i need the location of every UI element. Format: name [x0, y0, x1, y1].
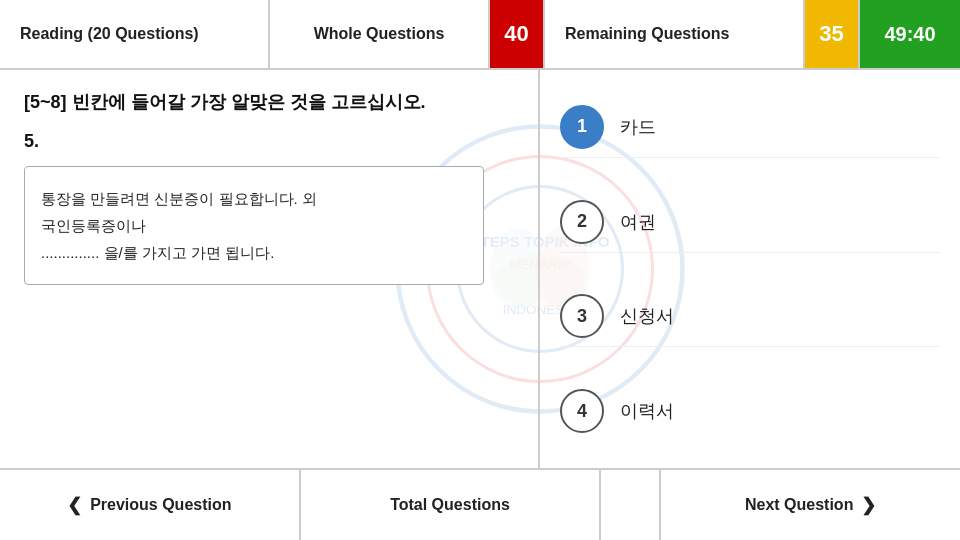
- footer: Previous Question Total Questions Next Q…: [0, 470, 960, 540]
- question-number-text: 5.: [24, 131, 39, 151]
- answer-circle-4[interactable]: 4: [560, 389, 604, 433]
- remaining-label-text: Remaining Questions: [565, 25, 729, 43]
- previous-question-button[interactable]: Previous Question: [0, 470, 301, 540]
- option-text-1: 카드: [620, 115, 656, 139]
- prev-label-text: Previous Question: [90, 496, 231, 514]
- whole-questions-label: Whole Questions: [270, 0, 490, 68]
- question-text-box: 통장을 만들려면 신분증이 필요합니다. 외 국인등록증이나 .........…: [24, 166, 484, 285]
- total-count-badge: 40: [490, 0, 545, 68]
- answer-option-1[interactable]: 1 카드: [560, 97, 940, 158]
- total-label-text: Total Questions: [390, 496, 510, 514]
- option-number-1: 1: [577, 116, 587, 137]
- question-number: 5.: [24, 131, 514, 152]
- option-text-2: 여권: [620, 210, 656, 234]
- option-number-4: 4: [577, 401, 587, 422]
- option-number-2: 2: [577, 211, 587, 232]
- whole-label-text: Whole Questions: [314, 25, 445, 43]
- chevron-right-icon: [861, 494, 876, 516]
- remaining-count-badge: 35: [805, 0, 860, 68]
- reading-section-label: Reading (20 Questions): [0, 0, 270, 68]
- answer-circle-2[interactable]: 2: [560, 200, 604, 244]
- remaining-questions-label: Remaining Questions: [545, 0, 805, 68]
- chevron-left-icon: [67, 494, 82, 516]
- answers-panel: 1 카드 2 여권 3 신청서 4 이력서: [540, 70, 960, 468]
- answer-option-3[interactable]: 3 신청서: [560, 286, 940, 347]
- next-label-text: Next Question: [745, 496, 853, 514]
- footer-spacer: [601, 470, 661, 540]
- question-text-line3: .............. 을/를 가지고 가면 됩니다.: [41, 244, 274, 261]
- main-content: STEPS TOPIK INFO MENARIK INDONESIA [5~8]…: [0, 70, 960, 470]
- answer-option-4[interactable]: 4 이력서: [560, 381, 940, 441]
- remaining-count-text: 35: [819, 21, 843, 47]
- option-number-3: 3: [577, 306, 587, 327]
- question-panel: [5~8] 빈칸에 들어갈 가장 알맞은 것을 고르십시오. 5. 통장을 만들…: [0, 70, 540, 468]
- question-text-line1: 통장을 만들려면 신분증이 필요합니다. 외: [41, 190, 317, 207]
- timer-badge: 49:40: [860, 0, 960, 68]
- answer-option-2[interactable]: 2 여권: [560, 192, 940, 253]
- total-questions-label: Total Questions: [301, 470, 602, 540]
- header: Reading (20 Questions) Whole Questions 4…: [0, 0, 960, 70]
- reading-label-text: Reading (20 Questions): [20, 25, 199, 43]
- timer-text: 49:40: [884, 23, 935, 46]
- option-text-3: 신청서: [620, 304, 674, 328]
- option-text-4: 이력서: [620, 399, 674, 423]
- next-question-button[interactable]: Next Question: [661, 470, 960, 540]
- question-text-line2: 국인등록증이나: [41, 217, 146, 234]
- answer-circle-1[interactable]: 1: [560, 105, 604, 149]
- total-count-text: 40: [504, 21, 528, 47]
- range-header-text: [5~8] 빈칸에 들어갈 가장 알맞은 것을 고르십시오.: [24, 92, 426, 112]
- question-range-header: [5~8] 빈칸에 들어갈 가장 알맞은 것을 고르십시오.: [24, 90, 514, 115]
- answer-circle-3[interactable]: 3: [560, 294, 604, 338]
